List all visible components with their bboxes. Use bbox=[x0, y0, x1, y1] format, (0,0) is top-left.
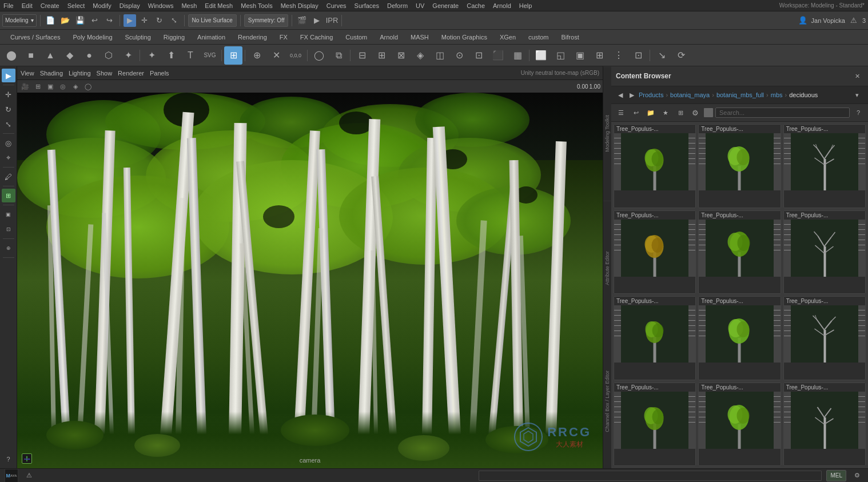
menu-mesh-display[interactable]: Mesh Display bbox=[281, 2, 318, 9]
bottom-settings-icon[interactable]: ⚙ bbox=[851, 469, 863, 482]
tab-curves-surfaces[interactable]: Curves / Surfaces bbox=[5, 31, 66, 43]
menu-help[interactable]: Help bbox=[519, 2, 532, 9]
tool-rotate[interactable]: ↻ bbox=[2, 102, 15, 116]
mode-dropdown[interactable]: Modeling ▾ bbox=[2, 14, 37, 27]
vp-tool-cam[interactable]: 🎥 bbox=[19, 81, 31, 91]
tool-paint[interactable]: 🖊 bbox=[2, 170, 15, 184]
command-input[interactable] bbox=[479, 471, 822, 481]
render-icon[interactable]: 🎬 bbox=[296, 14, 308, 27]
tool-question[interactable]: ? bbox=[2, 452, 15, 466]
bc-mbs[interactable]: mbs bbox=[771, 91, 783, 98]
shelf-icon-grid[interactable]: ⊞ bbox=[224, 46, 242, 65]
asset-card-6[interactable]: Tree_Populus-... bbox=[614, 296, 696, 380]
tab-custom[interactable]: Custom bbox=[340, 31, 373, 43]
menu-curves[interactable]: Curves bbox=[327, 2, 347, 9]
viewport-canvas[interactable]: camera bbox=[17, 93, 603, 468]
vp-menu-panels[interactable]: Panels bbox=[150, 70, 169, 77]
menu-uv[interactable]: UV bbox=[416, 2, 424, 9]
cb-size-slider[interactable] bbox=[704, 108, 713, 117]
cb-folder-icon[interactable]: 📁 bbox=[644, 106, 657, 119]
asset-card-0[interactable]: Tree_Populus-... bbox=[614, 124, 696, 208]
tool-select[interactable]: ▶ bbox=[2, 69, 15, 82]
menu-surfaces[interactable]: Surfaces bbox=[355, 2, 379, 9]
menu-edit-mesh[interactable]: Edit Mesh bbox=[205, 2, 233, 9]
cb-close-icon[interactable]: ✕ bbox=[851, 70, 863, 82]
menu-cache[interactable]: Cache bbox=[467, 2, 485, 9]
shelf-icon-loop[interactable]: ⊡ bbox=[469, 46, 488, 65]
bottom-warning-icon[interactable]: ⚠ bbox=[23, 469, 35, 482]
shelf-icon-6[interactable]: ⬡ bbox=[99, 46, 118, 65]
shelf-icon-coord[interactable]: 0,0,0 bbox=[286, 46, 305, 65]
symmetry-button[interactable]: Symmetry: Off bbox=[244, 14, 289, 27]
select-icon[interactable]: ▶ bbox=[124, 14, 136, 27]
tool-scale[interactable]: ⤡ bbox=[2, 117, 15, 131]
shelf-icon-9[interactable]: ⬆ bbox=[162, 46, 180, 65]
tab-mash[interactable]: MASH bbox=[405, 31, 435, 43]
ipr-icon[interactable]: IPR bbox=[325, 14, 338, 27]
cb-back2-icon[interactable]: ↩ bbox=[630, 106, 642, 119]
asset-card-4[interactable]: Tree_Populus-... bbox=[698, 210, 781, 294]
vp-tool-smooth[interactable]: ◎ bbox=[57, 81, 69, 91]
menu-modify[interactable]: Modify bbox=[93, 2, 111, 9]
shelf-icon-split[interactable]: ⊞ bbox=[372, 46, 391, 65]
tab-rendering[interactable]: Rendering bbox=[232, 31, 273, 43]
rotate-icon[interactable]: ↻ bbox=[153, 14, 166, 27]
menu-create[interactable]: Create bbox=[41, 2, 59, 9]
shelf-icon-m5[interactable]: ⋮ bbox=[610, 46, 628, 65]
scale-icon[interactable]: ⤡ bbox=[168, 14, 181, 27]
shelf-icon-subdiv[interactable]: ⧉ bbox=[329, 46, 348, 65]
asset-card-1[interactable]: Tree_Populus-... bbox=[698, 124, 781, 208]
shelf-icon-7[interactable]: ✦ bbox=[119, 46, 137, 65]
asset-card-9[interactable]: Tree_Populus-... bbox=[614, 383, 696, 467]
shelf-icon-bevel[interactable]: ⊙ bbox=[450, 46, 468, 65]
shelf-icon-m2[interactable]: ◱ bbox=[551, 46, 570, 65]
shelf-icon-5[interactable]: ● bbox=[80, 46, 98, 65]
shelf-icon-snap2[interactable]: ✕ bbox=[267, 46, 285, 65]
shelf-icon-m6[interactable]: ⊡ bbox=[629, 46, 647, 65]
asset-card-11[interactable]: Tree_Populus-... bbox=[783, 383, 866, 467]
asset-card-2[interactable]: Tree_Populus-... bbox=[783, 124, 866, 208]
shelf-icon-combine[interactable]: ⊠ bbox=[392, 46, 410, 65]
no-live-button[interactable]: No Live Surface bbox=[188, 14, 237, 27]
tab-arnold[interactable]: Arnold bbox=[374, 31, 404, 43]
tool-snap[interactable]: ⊕ bbox=[2, 241, 15, 255]
tab-sculpting[interactable]: Sculpting bbox=[120, 31, 157, 43]
warning-icon[interactable]: ⚠ bbox=[847, 14, 860, 27]
user-icon[interactable]: 👤 bbox=[797, 14, 809, 27]
redo-icon[interactable]: ↪ bbox=[103, 14, 116, 27]
shelf-icon-8[interactable]: ✦ bbox=[142, 46, 161, 65]
open-icon[interactable]: 📂 bbox=[59, 14, 71, 27]
menu-select[interactable]: Select bbox=[67, 2, 85, 9]
bc-botaniq-mbs-full[interactable]: botaniq_mbs_full bbox=[716, 91, 764, 98]
new-icon[interactable]: 📄 bbox=[44, 14, 57, 27]
vp-tool-wireframe[interactable]: ▣ bbox=[45, 81, 56, 91]
tab-fx-caching[interactable]: FX Caching bbox=[294, 31, 339, 43]
shelf-icon-m1[interactable]: ⬜ bbox=[532, 46, 550, 65]
shelf-icon-mirror[interactable]: ◫ bbox=[431, 46, 449, 65]
menu-deform[interactable]: Deform bbox=[387, 2, 408, 9]
render2-icon[interactable]: ▶ bbox=[310, 14, 323, 27]
tool-soft-select[interactable]: ◎ bbox=[2, 136, 15, 150]
shelf-icon-layers[interactable]: ⊟ bbox=[353, 46, 371, 65]
cb-forward-icon[interactable]: ▶ bbox=[627, 90, 636, 99]
tab-poly-modeling[interactable]: Poly Modeling bbox=[67, 31, 118, 43]
menu-edit[interactable]: Edit bbox=[22, 2, 33, 9]
vp-menu-renderer[interactable]: Renderer bbox=[118, 70, 144, 77]
shelf-icon-bridge[interactable]: ▦ bbox=[508, 46, 527, 65]
menu-windows[interactable]: Windows bbox=[148, 2, 174, 9]
cb-filter-icon[interactable]: ⊞ bbox=[674, 106, 687, 119]
shelf-icon-m4[interactable]: ⊞ bbox=[590, 46, 608, 65]
cb-settings-icon[interactable]: ⚙ bbox=[689, 106, 702, 119]
asset-card-5[interactable]: Tree_Populus-... bbox=[783, 210, 866, 294]
asset-card-7[interactable]: Tree_Populus-... bbox=[698, 296, 781, 380]
shelf-icon-bool[interactable]: ◈ bbox=[411, 46, 429, 65]
asset-card-3[interactable]: Tree_Populus-... bbox=[614, 210, 696, 294]
vp-menu-view[interactable]: View bbox=[21, 70, 34, 77]
shelf-icon-2[interactable]: ■ bbox=[22, 46, 40, 65]
tab-bifrost[interactable]: Bifrost bbox=[556, 31, 585, 43]
tab-motion-graphics[interactable]: Motion Graphics bbox=[436, 31, 493, 43]
vp-menu-shading[interactable]: Shading bbox=[40, 70, 63, 77]
cb-nav-dropdown[interactable]: ▾ bbox=[851, 89, 863, 101]
shelf-icon-4[interactable]: ◆ bbox=[61, 46, 79, 65]
asset-card-8[interactable]: Tree_Populus-... bbox=[783, 296, 866, 380]
